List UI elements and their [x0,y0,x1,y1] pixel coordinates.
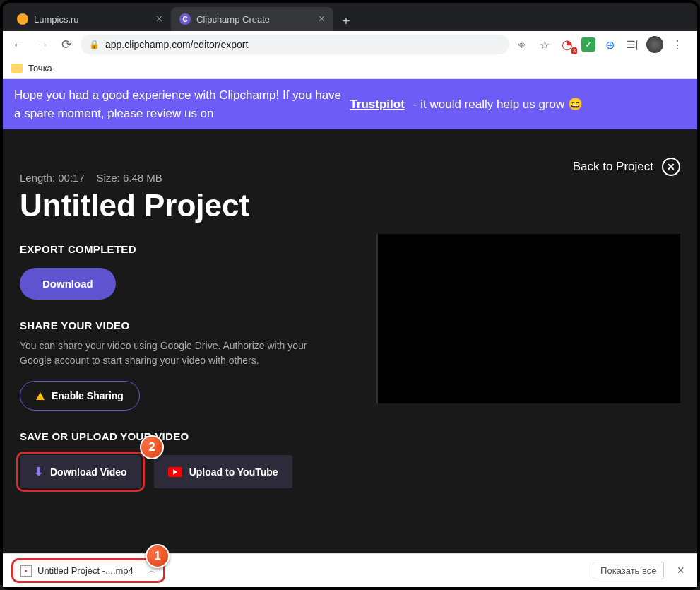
bookmark-item[interactable]: Точка [28,63,52,73]
banner-text-left: Hope you had a good experience with Clip… [14,86,341,122]
downloads-bar: 1 ▸ Untitled Project -....mp4 ︿ Показать… [3,553,697,587]
forward-button[interactable]: → [32,35,52,54]
annotation-badge-2: 2 [140,435,164,459]
download-icon: ⬇ [34,465,43,478]
checkmark-extension-icon[interactable]: ✓ [581,37,595,52]
review-banner: Hope you had a good experience with Clip… [3,79,697,129]
globe-icon[interactable]: ⊕ [601,36,618,53]
highlight-annotation: ⬇ Download Video [16,452,145,492]
google-drive-icon [36,392,45,400]
browser-tabs: Lumpics.ru × C Clipchamp Create × + [3,6,697,31]
address-bar[interactable]: 🔒 app.clipchamp.com/editor/export [81,35,509,54]
tab-title: Clipchamp Create [196,14,270,25]
close-tab-icon[interactable]: × [319,13,325,25]
annotation-badge-1: 1 [146,544,170,568]
download-video-button[interactable]: ⬇ Download Video [20,455,141,488]
show-all-downloads-button[interactable]: Показать все [593,562,664,579]
reading-list-icon[interactable]: ☰| [624,36,641,53]
download-button[interactable]: Download [20,268,116,300]
profile-avatar[interactable] [646,36,663,53]
back-to-project-link[interactable]: Back to Project [573,160,653,174]
close-icon[interactable]: ✕ [662,158,680,176]
extension-badge: 3 [571,47,577,54]
back-button[interactable]: ← [8,35,28,54]
tab-title: Lumpics.ru [34,14,79,25]
download-filename: Untitled Project -....mp4 [37,565,134,576]
extension-icon[interactable]: ◔ 3 [559,36,576,53]
browser-toolbar: ← → ⟳ 🔒 app.clipchamp.com/editor/export … [3,31,697,58]
new-tab-button[interactable]: + [336,11,356,31]
translate-icon[interactable]: ⎆ [514,36,530,53]
file-icon: ▸ [20,565,32,577]
bookmarks-bar: Точка [3,58,697,79]
folder-icon [11,64,23,73]
menu-icon[interactable]: ⋮ [669,36,686,53]
download-item[interactable]: ▸ Untitled Project -....mp4 ︿ [11,558,165,583]
tab-clipchamp[interactable]: C Clipchamp Create × [171,7,333,31]
lumpics-favicon [17,13,28,25]
youtube-icon [168,467,182,477]
trustpilot-link[interactable]: Trustpilot [350,98,404,112]
upload-youtube-button[interactable]: Upload to YouTube [154,455,292,488]
save-upload-label: SAVE OR UPLOAD YOUR VIDEO [20,430,680,442]
enable-sharing-button[interactable]: Enable Sharing [20,381,140,411]
url-text: app.clipchamp.com/editor/export [105,39,248,50]
share-description: You can share your video using Google Dr… [20,338,316,368]
reload-button[interactable]: ⟳ [57,35,76,54]
tab-lumpics[interactable]: Lumpics.ru × [8,7,171,31]
export-page: Back to Project ✕ Length: 00:17 Size: 6.… [3,129,697,553]
project-title: Untitled Project [20,188,680,223]
lock-icon: 🔒 [89,40,100,49]
clipchamp-favicon: C [179,13,191,25]
close-tab-icon[interactable]: × [156,13,162,25]
close-downloads-bar-button[interactable]: × [672,563,689,578]
banner-text-right: - it would really help us grow 😄 [413,95,686,114]
bookmark-star-icon[interactable]: ☆ [536,36,553,53]
video-preview[interactable] [376,234,680,403]
